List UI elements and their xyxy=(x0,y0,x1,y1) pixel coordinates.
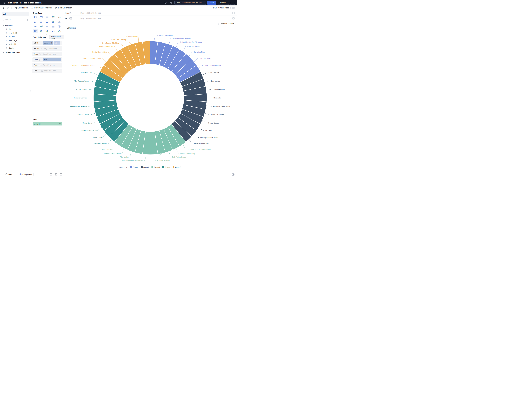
collapse-panel-icon[interactable] xyxy=(232,173,235,176)
field-chip-season-id[interactable]: season_id xyxy=(43,41,53,44)
filter-chip-series-id[interactable]: series_id xyxy=(33,122,62,125)
undo-button[interactable] xyxy=(2,6,5,10)
number-field-icon: # xyxy=(6,40,7,41)
property-label: Fine-grainedi xyxy=(34,70,43,72)
property-dropzone[interactable]: season_idInte... xyxy=(43,41,61,44)
property-label: Radiusi xyxy=(34,47,43,50)
insert-table-icon[interactable] xyxy=(54,173,57,176)
search-input[interactable] xyxy=(5,19,26,20)
property-dropzone[interactable]: Drag Field Here xyxy=(43,70,61,72)
exit-icon[interactable] xyxy=(2,1,6,5)
property-dropzone[interactable]: Drag Field Here xyxy=(43,64,61,66)
tab-component-style[interactable]: Component Style xyxy=(49,35,64,39)
insert-filter-icon[interactable] xyxy=(60,173,62,176)
refresh-arrows-icon xyxy=(164,1,167,4)
more-button[interactable] xyxy=(230,1,235,5)
gauge-icon xyxy=(31,7,33,9)
chart-type-area-chart-icon[interactable] xyxy=(33,25,38,28)
legend-item-group2[interactable]: Group2 xyxy=(141,166,149,168)
tab-component[interactable]: Component xyxy=(18,173,34,176)
chart-type-pie-donut-chart-icon[interactable] xyxy=(33,29,38,33)
chart-type-grouped-table-icon[interactable] xyxy=(33,15,38,19)
data-volume-dropdown[interactable]: Used Data Volume: Full Volume xyxy=(175,1,206,5)
field-chip-title[interactable]: title xyxy=(43,58,61,61)
dropzone-placeholder: Drag a Field Here xyxy=(43,47,57,50)
horizontal-shelf-selector[interactable]: Ho... xyxy=(64,10,78,16)
chart-type-card-group-icon[interactable] xyxy=(51,15,56,19)
field-item-title[interactable]: Ttitle xyxy=(0,27,31,31)
undo-icon xyxy=(2,7,5,9)
field-name: series_id xyxy=(9,43,16,45)
data-explanation-button[interactable]: Data Explanation xyxy=(54,6,73,10)
redo-button[interactable] xyxy=(6,6,10,10)
field-chip-inte-[interactable]: Inte... xyxy=(54,41,60,44)
chart-type-title: Chart Type xyxy=(31,10,64,14)
refresh-icon[interactable] xyxy=(163,1,168,5)
chart-type-gauge-chart-icon[interactable] xyxy=(57,25,62,28)
horizontal-shelf-dropzone[interactable]: Drag Field from Left Here xyxy=(78,10,230,16)
horizontal-shelf-settings-icon[interactable] xyxy=(230,10,236,16)
field-name: episode_id xyxy=(9,39,17,42)
dataset-scope-dropdown[interactable]: All xyxy=(2,12,29,16)
vertical-shelf-selector[interactable]: Ve... xyxy=(64,16,78,21)
legend-item-group5[interactable]: Group5 xyxy=(173,166,181,168)
field-item-episode_id[interactable]: #episode_id xyxy=(0,38,31,42)
legend-swatch xyxy=(141,166,143,168)
search-options-icon[interactable] xyxy=(27,19,29,21)
cross-table-field-toggle[interactable]: Cross-Table Field xyxy=(0,50,31,54)
chart-type-bubble-chart-icon[interactable] xyxy=(57,29,62,33)
panel-drag-handle[interactable] xyxy=(47,34,48,35)
chart-type-rose-chart-icon[interactable] xyxy=(45,29,50,33)
horizontal-axis-icon xyxy=(70,12,72,14)
chart-canvas: Ho... Drag Field from Left Here xyxy=(64,10,236,172)
chart-type-bar-chart-icon[interactable] xyxy=(39,20,44,24)
chart-type-combination-chart-icon[interactable] xyxy=(57,20,62,24)
chart-type-range-area-chart-icon[interactable] xyxy=(45,25,50,28)
tab-data[interactable]: Data xyxy=(4,173,14,176)
field-group-episodes[interactable]: episodes xyxy=(0,23,31,27)
legend-item-group1[interactable]: Group1 xyxy=(130,166,139,168)
legend-item-group4[interactable]: Group4 xyxy=(162,166,170,168)
property-dropzone[interactable]: title xyxy=(43,58,61,61)
filter-drag-handle[interactable] xyxy=(47,116,48,117)
export-excel-button[interactable]: Export Excel xyxy=(13,6,29,10)
property-label-text: Radius xyxy=(34,47,39,50)
chart-type-line-chart-icon[interactable] xyxy=(39,25,44,28)
chart-type-detail-table-icon[interactable] xyxy=(45,15,50,19)
vertical-shelf-settings-icon[interactable] xyxy=(230,16,236,21)
chart-type-grid-plot-icon[interactable] xyxy=(33,20,38,24)
lineage-icon[interactable] xyxy=(169,1,173,5)
filter-menu-icon[interactable] xyxy=(61,119,61,120)
dropzone-placeholder: Drag Field Here xyxy=(43,70,56,72)
chart-type-pie-chart-icon[interactable] xyxy=(39,29,44,33)
field-item-season_id[interactable]: #season_id xyxy=(0,31,31,35)
save-button[interactable]: Save xyxy=(207,1,216,5)
field-item-Count[interactable]: #Count xyxy=(0,46,31,50)
dark-preview-label: Dark Preview Mode xyxy=(213,7,229,9)
property-dropzone[interactable]: Drag Field Here xyxy=(43,53,61,55)
field-item-series_id[interactable]: #series_id xyxy=(0,42,31,46)
field-group-label: episodes xyxy=(5,24,12,26)
dark-preview-toggle[interactable] xyxy=(230,7,235,9)
exit-door-icon xyxy=(3,1,5,4)
chart-type-stacked-column-chart-icon[interactable] xyxy=(51,20,56,24)
vertical-shelf-dropzone[interactable]: Drag Field from Left Here xyxy=(78,16,230,21)
update-button[interactable]: Update xyxy=(218,1,229,5)
info-icon: i xyxy=(41,70,43,72)
field-item-air_date[interactable]: #air_date xyxy=(0,35,31,38)
insert-chart-icon[interactable] xyxy=(49,173,52,176)
panel-resize-handle[interactable] xyxy=(30,90,31,92)
chart-type-kpi-card-icon[interactable]: 123 xyxy=(57,15,62,19)
chart-type-column-chart-icon[interactable] xyxy=(45,20,50,24)
segment-label: Binding Arbitration xyxy=(213,88,227,90)
performance-analysis-button[interactable]: Performance Analysis xyxy=(30,6,53,10)
horizontal-shelf: Ho... Drag Field from Left Here xyxy=(64,10,236,16)
chart-type-cross-table-icon[interactable] xyxy=(39,15,44,19)
chart-type-scatter-chart-icon[interactable] xyxy=(51,29,56,33)
segment-label: Runaway Devaluation xyxy=(213,105,230,107)
svg-text:123: 123 xyxy=(58,17,60,18)
property-dropzone[interactable]: Drag a Field Here xyxy=(43,47,61,50)
chart-type-stacked-area-chart-icon[interactable] xyxy=(51,25,56,28)
legend-item-group3[interactable]: Group3 xyxy=(151,166,160,168)
tab-graphic-property[interactable]: Graphic Property xyxy=(31,35,49,39)
